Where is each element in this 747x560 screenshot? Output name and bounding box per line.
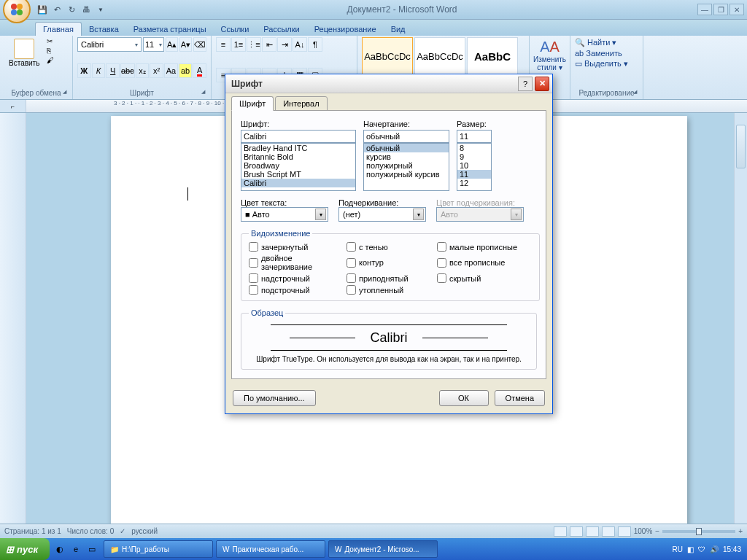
style-heading1[interactable]: AaBbC — [467, 37, 518, 75]
task-doc2[interactable]: WДокумент2 - Microso... — [328, 540, 438, 558]
list-item[interactable]: 10 — [457, 161, 491, 170]
font-combo[interactable]: Calibri▾ — [77, 37, 142, 52]
dialog-tab-font[interactable]: Шрифт — [231, 96, 274, 111]
chk-subscript[interactable]: подстрочный — [249, 285, 344, 295]
list-item[interactable]: Bradley Hand ITC — [241, 144, 355, 152]
vertical-scrollbar[interactable] — [734, 113, 747, 524]
maximize-button[interactable]: ❐ — [713, 4, 728, 15]
clear-format-icon[interactable]: ⌫ — [193, 37, 206, 52]
bold-button[interactable]: Ж — [77, 63, 91, 78]
default-button[interactable]: По умолчанию... — [233, 390, 316, 406]
redo-icon[interactable]: ↻ — [66, 4, 77, 15]
tab-insert[interactable]: Вставка — [82, 23, 126, 36]
list-item[interactable]: курсив — [364, 152, 449, 161]
chk-superscript[interactable]: надстрочный — [249, 273, 344, 283]
task-folder[interactable]: 📁Н:\Пр_работы — [104, 540, 213, 558]
list-item[interactable]: Broadway — [241, 161, 355, 170]
list-item[interactable]: 12 — [457, 179, 491, 187]
increase-indent-button[interactable]: ⇥ — [277, 37, 292, 52]
zoom-level[interactable]: 100% — [634, 527, 653, 535]
tab-view[interactable]: Вид — [384, 23, 413, 36]
zoom-thumb[interactable] — [696, 528, 702, 535]
dialog-titlebar[interactable]: Шрифт ? ✕ — [225, 74, 552, 93]
list-item[interactable]: 9 — [457, 152, 491, 161]
save-icon[interactable]: 💾 — [36, 4, 48, 15]
tab-home[interactable]: Главная — [35, 22, 82, 36]
font-input[interactable] — [241, 130, 356, 143]
chk-smallcaps[interactable]: малые прописные — [437, 242, 532, 252]
status-page[interactable]: Страница: 1 из 1 — [4, 527, 61, 535]
status-language[interactable]: русский — [131, 527, 158, 535]
dialog-tab-spacing[interactable]: Интервал — [275, 96, 327, 111]
multilevel-button[interactable]: ⋮≡ — [247, 37, 261, 52]
underline-button[interactable]: Ч — [106, 63, 120, 78]
sort-button[interactable]: A↓ — [293, 37, 307, 52]
view-web[interactable] — [586, 526, 599, 537]
print-preview-icon[interactable]: 🖶 — [80, 4, 92, 15]
task-doc1[interactable]: WПрактическая рабо... — [216, 540, 325, 558]
ql-desktop-icon[interactable]: ▭ — [85, 542, 99, 556]
view-print-layout[interactable] — [554, 526, 567, 537]
view-outline[interactable] — [602, 526, 615, 537]
chk-dblstrike[interactable]: двойное зачеркивание — [249, 254, 344, 271]
font-color-button[interactable]: A — [193, 63, 206, 78]
ql-wmp-icon[interactable]: ◐ — [53, 542, 67, 556]
dialog-close-button[interactable]: ✕ — [535, 77, 549, 91]
size-input[interactable] — [457, 130, 492, 143]
list-item[interactable]: 8 — [457, 144, 491, 152]
chk-shadow[interactable]: с тенью — [347, 242, 434, 252]
chk-hidden[interactable]: скрытый — [437, 273, 532, 283]
list-item[interactable]: обычный — [364, 144, 449, 152]
cancel-button[interactable]: Отмена — [495, 390, 545, 406]
underline-combo[interactable]: (нет)▾ — [338, 207, 426, 222]
list-item[interactable]: полужирный — [364, 161, 449, 170]
superscript-button[interactable]: x² — [150, 63, 163, 78]
zoom-out[interactable]: − — [655, 527, 659, 535]
strike-button[interactable]: abc — [120, 63, 135, 78]
list-item[interactable]: полужирный курсив — [364, 170, 449, 179]
cut-icon[interactable]: ✂ — [47, 37, 54, 45]
decrease-indent-button[interactable]: ⇤ — [262, 37, 276, 52]
list-item[interactable]: Britannic Bold — [241, 152, 355, 161]
minimize-button[interactable]: — — [697, 4, 712, 15]
style-normal[interactable]: AaBbCcDc — [362, 37, 413, 75]
style-nospacing[interactable]: AaBbCcDc — [414, 37, 465, 75]
tray-lang[interactable]: RU — [673, 545, 683, 553]
list-item[interactable]: 11 — [457, 170, 491, 179]
copy-icon[interactable]: ⎘ — [47, 47, 54, 55]
style-input[interactable] — [363, 130, 449, 143]
ql-ie-icon[interactable]: e — [69, 542, 83, 556]
tab-review[interactable]: Рецензирование — [307, 23, 384, 36]
find-button[interactable]: 🔍Найти ▾ — [575, 37, 638, 48]
size-listbox[interactable]: 8 9 10 11 12 — [457, 143, 492, 191]
list-item[interactable]: Brush Script MT — [241, 170, 355, 179]
style-listbox[interactable]: обычный курсив полужирный полужирный кур… — [363, 143, 449, 191]
list-item[interactable]: Calibri — [241, 179, 355, 187]
status-words[interactable]: Число слов: 0 — [67, 527, 114, 535]
italic-button[interactable]: К — [92, 63, 106, 78]
tray-icon-3[interactable]: 🔊 — [710, 545, 719, 553]
start-button[interactable]: ⊞пуск — [0, 538, 50, 560]
tab-references[interactable]: Ссылки — [214, 23, 257, 36]
change-case-button[interactable]: Aa — [164, 63, 178, 78]
paste-button[interactable]: Вставить — [4, 37, 44, 69]
tray-icon-1[interactable]: ◧ — [687, 545, 694, 553]
color-combo[interactable]: ■ Авто▾ — [241, 207, 328, 222]
zoom-in[interactable]: + — [738, 527, 743, 535]
scrollbar-thumb[interactable] — [736, 125, 746, 168]
qat-dropdown-icon[interactable]: ▼ — [95, 4, 107, 15]
chk-engrave[interactable]: утопленный — [347, 285, 434, 295]
replace-button[interactable]: abЗаменить — [575, 48, 638, 58]
chk-strike[interactable]: зачеркнутый — [249, 242, 344, 252]
chk-outline[interactable]: контур — [347, 254, 434, 271]
close-button[interactable]: ✕ — [729, 4, 744, 15]
select-button[interactable]: ▭Выделить ▾ — [575, 58, 638, 69]
undo-icon[interactable]: ↶ — [51, 4, 63, 15]
tray-clock[interactable]: 15:43 — [723, 545, 741, 553]
view-draft[interactable] — [618, 526, 631, 537]
zoom-slider[interactable] — [662, 530, 735, 533]
format-painter-icon[interactable]: 🖌 — [47, 56, 54, 64]
chk-emboss[interactable]: приподнятый — [347, 273, 434, 283]
chk-allcaps[interactable]: все прописные — [437, 254, 532, 271]
bullets-button[interactable]: ≡ — [216, 37, 231, 52]
